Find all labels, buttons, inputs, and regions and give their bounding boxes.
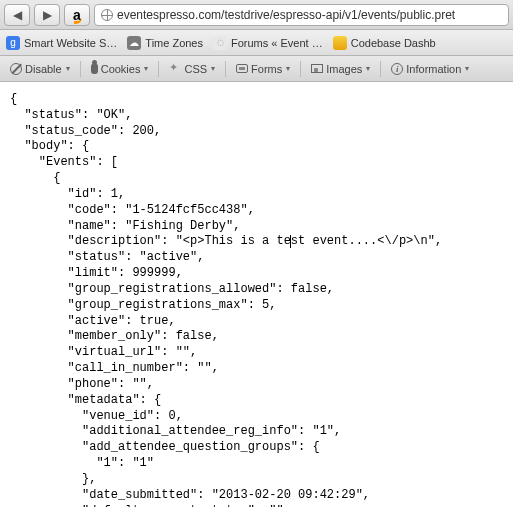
- chevron-down-icon: ▾: [144, 64, 148, 73]
- event-favicon-icon: ◌: [213, 36, 227, 50]
- forms-icon: [236, 64, 248, 73]
- codebase-favicon-icon: [333, 36, 347, 50]
- json-text-before: { "status": "OK", "status_code": 200, "b…: [10, 92, 291, 248]
- globe-icon: [101, 9, 113, 21]
- bookmark-smart-website[interactable]: g Smart Website S…: [6, 36, 117, 50]
- url-text: eventespresso.com/testdrive/espresso-api…: [117, 8, 455, 22]
- google-favicon-icon: g: [6, 36, 20, 50]
- bookmarks-bar: g Smart Website S… ☁ Time Zones ◌ Forums…: [0, 30, 513, 56]
- bookmark-label: Time Zones: [145, 37, 203, 49]
- dev-toolbar: Disable ▾ Cookies ▾ CSS ▾ Forms ▾ Images…: [0, 56, 513, 82]
- dev-images-menu[interactable]: Images ▾: [307, 63, 374, 75]
- browser-toolbar: ◀ ▶ a eventespresso.com/testdrive/espres…: [0, 0, 513, 30]
- cloud-favicon-icon: ☁: [127, 36, 141, 50]
- page-content[interactable]: { "status": "OK", "status_code": 200, "b…: [0, 82, 513, 507]
- dev-label: Forms: [251, 63, 282, 75]
- separator: [225, 61, 226, 77]
- disable-icon: [10, 63, 22, 75]
- dev-cookies-menu[interactable]: Cookies ▾: [87, 63, 153, 75]
- dev-label: Information: [406, 63, 461, 75]
- bookmark-time-zones[interactable]: ☁ Time Zones: [127, 36, 203, 50]
- url-bar[interactable]: eventespresso.com/testdrive/espresso-api…: [94, 4, 509, 26]
- back-button[interactable]: ◀: [4, 4, 30, 26]
- separator: [158, 61, 159, 77]
- dev-label: Images: [326, 63, 362, 75]
- css-icon: [169, 64, 181, 74]
- separator: [80, 61, 81, 77]
- dev-information-menu[interactable]: i Information ▾: [387, 63, 473, 75]
- dev-label: CSS: [184, 63, 207, 75]
- chevron-down-icon: ▾: [66, 64, 70, 73]
- bookmark-label: Smart Website S…: [24, 37, 117, 49]
- dev-label: Disable: [25, 63, 62, 75]
- images-icon: [311, 64, 323, 73]
- forward-icon: ▶: [43, 8, 52, 22]
- bookmark-label: Forums « Event …: [231, 37, 323, 49]
- chevron-down-icon: ▾: [211, 64, 215, 73]
- amazon-button[interactable]: a: [64, 4, 90, 26]
- dev-forms-menu[interactable]: Forms ▾: [232, 63, 294, 75]
- info-icon: i: [391, 63, 403, 75]
- chevron-down-icon: ▾: [366, 64, 370, 73]
- chevron-down-icon: ▾: [465, 64, 469, 73]
- separator: [380, 61, 381, 77]
- separator: [300, 61, 301, 77]
- forward-button[interactable]: ▶: [34, 4, 60, 26]
- dev-label: Cookies: [101, 63, 141, 75]
- cookies-icon: [91, 64, 98, 74]
- dev-css-menu[interactable]: CSS ▾: [165, 63, 219, 75]
- dev-disable-menu[interactable]: Disable ▾: [6, 63, 74, 75]
- bookmark-label: Codebase Dashb: [351, 37, 436, 49]
- amazon-icon: a: [73, 7, 81, 23]
- back-icon: ◀: [13, 8, 22, 22]
- chevron-down-icon: ▾: [286, 64, 290, 73]
- bookmark-codebase[interactable]: Codebase Dashb: [333, 36, 436, 50]
- bookmark-forums[interactable]: ◌ Forums « Event …: [213, 36, 323, 50]
- json-text-after: st event....<\/p>\n", "status": "active"…: [10, 234, 442, 507]
